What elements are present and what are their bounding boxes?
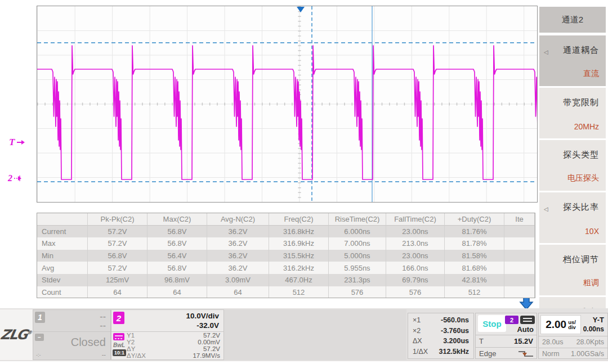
cursor-readout-value: 312.5kHz xyxy=(439,348,469,356)
channel2-offset: -32.0V xyxy=(196,321,219,330)
table-cell: 23.00ns xyxy=(386,226,445,238)
table-header-cell: Freq(C2) xyxy=(269,213,329,226)
table-header-cell xyxy=(37,213,88,226)
channel2-position-marker[interactable]: 2 xyxy=(8,173,23,183)
table-cell: 81.78% xyxy=(445,237,504,250)
table-cell: 23.00ns xyxy=(386,250,445,262)
trigger-type[interactable]: Edge xyxy=(479,349,496,358)
table-cell: 512 xyxy=(269,286,329,298)
expand-left-icon: ◁ xyxy=(544,49,548,55)
menu-item-value: 直流 xyxy=(583,69,599,79)
table-row-label: Count xyxy=(37,286,88,298)
channel1-coupling-icon: − xyxy=(35,334,44,341)
channel1-offset: -- xyxy=(100,321,106,331)
menu-item-label: 探头比率 xyxy=(563,202,599,213)
timebase-unit: us/ div xyxy=(568,320,576,330)
table-cell: 64 xyxy=(147,286,207,298)
cursor-readout-label: ΔX xyxy=(413,337,422,345)
table-cell: 56.8V xyxy=(147,226,207,238)
trigger-delay: 0.00ns xyxy=(583,325,604,333)
trigger-position-marker[interactable] xyxy=(297,7,305,12)
table-cell xyxy=(504,274,535,286)
table-header-cell: FallTime(C2) xyxy=(386,213,445,226)
channel2-panel[interactable]: 2 10.0V/div -32.0V BwL 10:1 Y157.2VY20.0… xyxy=(111,309,224,360)
table-cell: 166.0ns xyxy=(386,262,445,274)
status-bar: ZLG® 1 -- -- − Closed -:- -- 2 10.0V/div… xyxy=(0,308,608,361)
trigger-source-badge[interactable]: 2 xyxy=(505,316,518,324)
channel1-panel[interactable]: 1 -- -- − Closed -:- -- xyxy=(33,309,111,360)
table-cell: 213.0ns xyxy=(386,237,445,250)
channel2-cursor-row: Y20.00mV xyxy=(127,339,220,345)
probe-ratio-badge: 10:1 xyxy=(113,349,126,356)
table-cell xyxy=(504,286,535,298)
table-cell: 512 xyxy=(445,286,504,298)
timebase-scale-button[interactable]: 2.00 us/ div xyxy=(540,315,581,334)
channel2-badge[interactable]: 2 xyxy=(113,312,124,324)
table-row-label: Avg xyxy=(37,262,88,274)
menu-item-label: 探头类型 xyxy=(563,150,599,160)
trigger-level-label: T xyxy=(479,337,484,345)
menu-title: 通道2 xyxy=(539,7,606,33)
menu-item-4[interactable]: ◁探头比率10X xyxy=(539,192,606,243)
timebase-panel[interactable]: 2.00 us/ div Y-T 0.00ns 28.0us 28.0Kpts … xyxy=(538,313,608,359)
time-window: 28.0us xyxy=(542,338,564,346)
cursor-readout-row: ×2-3.760us xyxy=(413,327,469,335)
table-cell: 81.76% xyxy=(445,226,504,238)
trigger-level-label: T xyxy=(9,137,15,148)
table-cell: 315.5kHz xyxy=(269,250,329,262)
cursor-label: Y2 xyxy=(127,339,135,345)
timebase-scale: 2.00 xyxy=(546,318,566,331)
table-cell xyxy=(504,237,535,250)
table-cell: 42.81% xyxy=(445,274,504,286)
table-header-cell: Ite xyxy=(504,213,535,226)
channel1-badge[interactable]: 1 xyxy=(35,312,45,323)
table-cell: 125mV xyxy=(88,274,147,286)
table-cell: 467.0Hz xyxy=(269,274,329,286)
table-cell: 36.2V xyxy=(207,237,269,250)
table-cell: 36.2V xyxy=(207,262,269,274)
menu-item-value: 10X xyxy=(585,227,599,236)
menu-item-1[interactable]: ◁通道耦合直流 xyxy=(539,35,606,86)
channel2-cursor-row: ΔY57.2V xyxy=(127,345,220,352)
sample-rate: 1.00GSa/s xyxy=(571,350,604,358)
cursor-readout-row: ×1-560.0ns xyxy=(413,316,469,324)
divider xyxy=(33,331,110,332)
cursor-readout-label: 1/ΔX xyxy=(413,348,428,356)
cursor-readout-row: ΔX3.200us xyxy=(413,337,469,345)
table-cell: 576 xyxy=(329,286,386,298)
table-row-label: Max xyxy=(37,237,88,250)
table-row-label: Stdev xyxy=(37,274,88,286)
table-cell: 5.000ns xyxy=(329,250,386,262)
right-arrow-icon xyxy=(17,140,25,145)
trigger-level-marker[interactable]: T xyxy=(9,137,25,148)
table-cell: 81.68% xyxy=(445,262,504,274)
menu-item-label: 带宽限制 xyxy=(563,97,599,108)
table-cell: 81.58% xyxy=(445,250,504,262)
table-header-cell: +Duty(C2) xyxy=(445,213,504,226)
table-cell: 7.000ns xyxy=(329,237,386,250)
cursor-readout-value: -3.760us xyxy=(441,327,469,335)
cursor-label: Y1 xyxy=(127,332,135,339)
waveform-display[interactable] xyxy=(37,6,538,203)
channel2-cursor-row: ΔY/ΔX17.9MV/s xyxy=(127,352,220,359)
trigger-type-row: Edge xyxy=(476,347,537,359)
menu-item-3[interactable]: 探头类型电压探头 xyxy=(539,140,606,191)
menu-item-value: 20MHz xyxy=(574,122,599,131)
channel2-cursor-row: Y157.2V xyxy=(127,332,220,339)
table-cell: 3.09mV xyxy=(207,274,269,286)
menu-item-5[interactable]: 档位调节粗调 xyxy=(539,245,606,295)
table-row-label: Current xyxy=(37,226,88,238)
table-cell: 5.955ns xyxy=(329,262,386,274)
channel-menu: 通道2 ◁通道耦合直流带宽限制20MHz探头类型电压探头◁探头比率10X档位调节… xyxy=(539,7,606,349)
menu-item-label: 通道耦合 xyxy=(563,45,599,56)
trigger-panel[interactable]: Stop 2 Auto T 15.2V Edge xyxy=(475,313,537,359)
display-mode: Y-T xyxy=(593,316,604,324)
trigger-level-row: T 15.2V xyxy=(476,335,537,347)
trigger-mode[interactable]: Auto xyxy=(517,325,534,334)
table-cell: 57.2V xyxy=(88,262,147,274)
table-cell: 96.8mV xyxy=(147,274,207,286)
menu-item-2[interactable]: 带宽限制20MHz xyxy=(539,88,606,138)
acquire-mode: Norm xyxy=(542,350,560,358)
run-stop-button[interactable]: Stop xyxy=(478,315,506,332)
table-cell: 56.8V xyxy=(88,250,147,262)
